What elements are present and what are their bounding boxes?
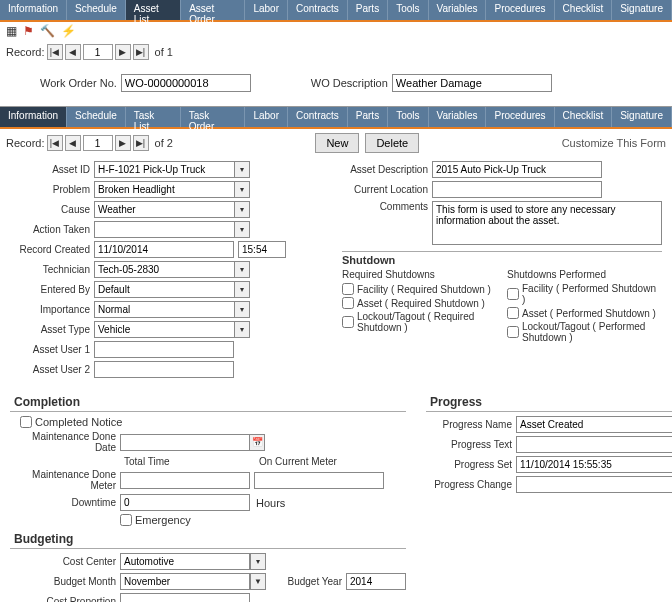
- completed-notice-check[interactable]: [20, 416, 32, 428]
- hammer-icon[interactable]: 🔨: [40, 24, 55, 38]
- sub-record-nav: Record: |◀ ◀ ▶ ▶| of 2 New Delete Custom…: [0, 129, 672, 157]
- asset-id-input[interactable]: [94, 161, 234, 178]
- budget-year-input[interactable]: [346, 573, 406, 590]
- sub-tab-task-list[interactable]: Task List: [126, 107, 181, 127]
- dropdown-icon[interactable]: ▼: [250, 573, 266, 590]
- asset-type-input[interactable]: [94, 321, 234, 338]
- progress-change-input[interactable]: [516, 476, 672, 493]
- asset-user2-label: Asset User 2: [10, 364, 94, 375]
- perf-asset-check[interactable]: Asset ( Performed Shutdown ): [507, 307, 662, 319]
- top-tab-variables[interactable]: Variables: [429, 0, 487, 20]
- budget-year-label: Budget Year: [276, 576, 346, 587]
- hours-label: Hours: [256, 497, 285, 509]
- dropdown-icon[interactable]: ▾: [234, 261, 250, 278]
- dropdown-icon[interactable]: ▾: [234, 161, 250, 178]
- sub-tab-procedures[interactable]: Procedures: [486, 107, 554, 127]
- req-lockout-check[interactable]: Lockout/Tagout ( Required Shutdown ): [342, 311, 497, 333]
- sub-tab-information[interactable]: Information: [0, 107, 67, 127]
- perf-lockout-check[interactable]: Lockout/Tagout ( Performed Shutdown ): [507, 321, 662, 343]
- completed-notice-label: Completed Notice: [35, 416, 122, 428]
- progress-name-label: Progress Name: [426, 419, 516, 430]
- first-button[interactable]: |◀: [47, 44, 63, 60]
- problem-input[interactable]: [94, 181, 234, 198]
- sub-tab-signature[interactable]: Signature: [612, 107, 672, 127]
- downtime-input[interactable]: [120, 494, 250, 511]
- dropdown-icon[interactable]: ▾: [234, 301, 250, 318]
- grid-icon[interactable]: ▦: [6, 24, 17, 38]
- technician-input[interactable]: [94, 261, 234, 278]
- emergency-check[interactable]: [120, 514, 132, 526]
- delete-button[interactable]: Delete: [365, 133, 419, 153]
- importance-input[interactable]: [94, 301, 234, 318]
- maint-done-meter2-input[interactable]: [254, 472, 384, 489]
- next-button-2[interactable]: ▶: [115, 135, 131, 151]
- new-button[interactable]: New: [315, 133, 359, 153]
- current-location-input[interactable]: [432, 181, 602, 198]
- progress-set-input[interactable]: [516, 456, 672, 473]
- maint-done-meter1-input[interactable]: [120, 472, 250, 489]
- page-input-2[interactable]: [83, 135, 113, 151]
- progress-text-input[interactable]: [516, 436, 672, 453]
- sub-tab-contracts[interactable]: Contracts: [288, 107, 348, 127]
- pin-icon[interactable]: ⚑: [23, 24, 34, 38]
- top-tab-signature[interactable]: Signature: [612, 0, 672, 20]
- perf-facility-check[interactable]: Facility ( Performed Shutdown ): [507, 283, 662, 305]
- dropdown-icon[interactable]: ▾: [234, 321, 250, 338]
- dropdown-icon[interactable]: ▾: [234, 201, 250, 218]
- dropdown-icon[interactable]: ▾: [250, 553, 266, 570]
- flash-icon[interactable]: ⚡: [61, 24, 76, 38]
- next-button[interactable]: ▶: [115, 44, 131, 60]
- record-nav-top: Record: |◀ ◀ ▶ ▶| of 1: [0, 40, 672, 64]
- record-created-date-input[interactable]: [94, 241, 234, 258]
- entered-by-input[interactable]: [94, 281, 234, 298]
- sub-tab-task-order[interactable]: Task Order: [181, 107, 246, 127]
- top-tab-procedures[interactable]: Procedures: [486, 0, 554, 20]
- last-button[interactable]: ▶|: [133, 44, 149, 60]
- progress-name-input[interactable]: [516, 416, 672, 433]
- top-tab-parts[interactable]: Parts: [348, 0, 388, 20]
- page-input[interactable]: [83, 44, 113, 60]
- customize-link[interactable]: Customize This Form: [562, 137, 666, 149]
- asset-user1-input[interactable]: [94, 341, 234, 358]
- dropdown-icon[interactable]: ▾: [234, 221, 250, 238]
- maint-done-date-input[interactable]: [120, 434, 250, 451]
- asset-user2-input[interactable]: [94, 361, 234, 378]
- sub-tab-schedule[interactable]: Schedule: [67, 107, 126, 127]
- dropdown-icon[interactable]: ▾: [234, 281, 250, 298]
- asset-desc-input[interactable]: [432, 161, 602, 178]
- cause-input[interactable]: [94, 201, 234, 218]
- last-button-2[interactable]: ▶|: [133, 135, 149, 151]
- top-tab-information[interactable]: Information: [0, 0, 67, 20]
- sub-tab-checklist[interactable]: Checklist: [555, 107, 613, 127]
- sub-tab-tools[interactable]: Tools: [388, 107, 428, 127]
- cost-proportion-input[interactable]: [120, 593, 250, 602]
- wo-no-input[interactable]: [121, 74, 251, 92]
- record-created-time-input[interactable]: [238, 241, 286, 258]
- comments-input[interactable]: [432, 201, 662, 245]
- top-tab-asset-order[interactable]: Asset Order: [181, 0, 245, 20]
- comments-label: Comments: [342, 201, 432, 212]
- top-tab-asset-list[interactable]: Asset List: [126, 0, 181, 20]
- cost-proportion-label: Cost Proportion: [10, 596, 120, 602]
- budget-month-input[interactable]: [120, 573, 250, 590]
- prev-button-2[interactable]: ◀: [65, 135, 81, 151]
- sub-tab-parts[interactable]: Parts: [348, 107, 388, 127]
- calendar-icon[interactable]: 📅: [249, 434, 265, 451]
- cost-center-input[interactable]: [120, 553, 250, 570]
- req-facility-check[interactable]: Facility ( Required Shutdown ): [342, 283, 497, 295]
- top-tab-schedule[interactable]: Schedule: [67, 0, 126, 20]
- sub-tab-variables[interactable]: Variables: [429, 107, 487, 127]
- wo-desc-input[interactable]: [392, 74, 552, 92]
- top-tab-contracts[interactable]: Contracts: [288, 0, 348, 20]
- top-tab-tools[interactable]: Tools: [388, 0, 428, 20]
- req-asset-check[interactable]: Asset ( Required Shutdown ): [342, 297, 497, 309]
- asset-id-label: Asset ID: [10, 164, 94, 175]
- dropdown-icon[interactable]: ▾: [234, 181, 250, 198]
- sub-tab-labor[interactable]: Labor: [245, 107, 288, 127]
- top-tab-labor[interactable]: Labor: [245, 0, 288, 20]
- prev-button[interactable]: ◀: [65, 44, 81, 60]
- sub-tabbar: InformationScheduleTask ListTask OrderLa…: [0, 107, 672, 127]
- top-tab-checklist[interactable]: Checklist: [555, 0, 613, 20]
- first-button-2[interactable]: |◀: [47, 135, 63, 151]
- action-taken-input[interactable]: [94, 221, 234, 238]
